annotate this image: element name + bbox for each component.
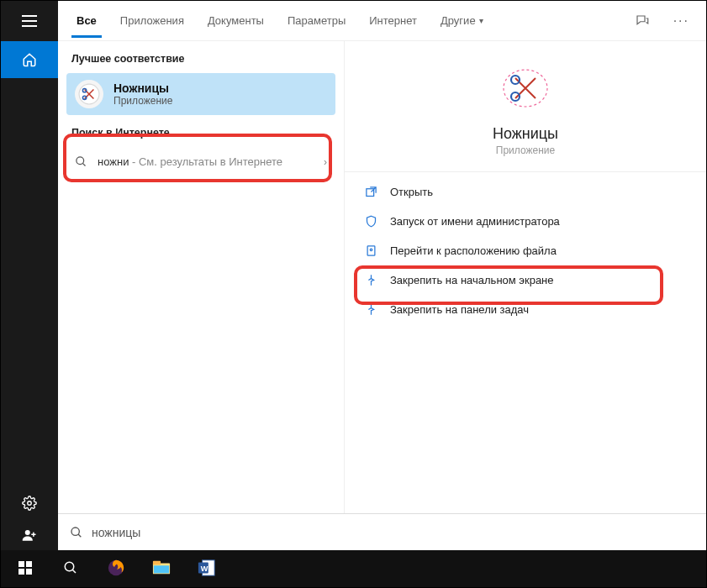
svg-line-19 [78,534,81,537]
user-icon[interactable] [22,528,37,543]
action-open-location[interactable]: Перейти к расположению файла [356,236,694,265]
svg-text:W: W [201,564,208,573]
result-subtitle: Приложение [113,95,172,107]
action-pin-taskbar[interactable]: Закрепить на панели задач [356,295,694,324]
app-large-icon [499,61,552,115]
search-icon [70,526,83,539]
action-pin-start-label: Закрепить на начальном экране [390,274,554,286]
action-run-admin-label: Запуск от имени администратора [390,215,560,228]
search-panel: Все Приложения Документы Параметры Интер… [58,1,706,513]
filter-tabs: Все Приложения Документы Параметры Интер… [58,1,706,41]
svg-line-11 [82,163,85,165]
pin-taskbar-icon [363,303,378,316]
results-column: Лучшее соответствие Ножницы Приложение П… [58,41,344,513]
chevron-down-icon: ▾ [479,16,483,25]
taskbar-word-icon[interactable]: W [187,554,226,584]
shield-icon [363,215,378,228]
svg-point-13 [511,92,520,101]
section-web-search: Поиск в Интернете [58,115,344,147]
taskbar-firefox-icon[interactable] [97,554,135,584]
svg-point-17 [370,249,372,251]
home-icon[interactable] [1,41,58,78]
svg-point-14 [511,76,520,84]
action-pin-start[interactable]: Закрепить на начальном экране [356,265,694,295]
taskbar-explorer-icon[interactable] [142,554,181,584]
feedback-icon[interactable] [635,13,650,29]
taskbar: W [1,550,706,587]
svg-rect-0 [22,15,37,17]
result-app-snipping[interactable]: Ножницы Приложение [66,73,335,115]
action-open-label: Открыть [390,186,433,198]
tab-internet[interactable]: Интернет [367,1,419,41]
tab-settings[interactable]: Параметры [286,1,347,41]
action-open[interactable]: Открыть [356,177,694,207]
svg-rect-20 [18,561,24,567]
open-icon [363,186,378,198]
chevron-right-icon: › [324,156,327,168]
folder-location-icon [363,244,378,257]
tab-more[interactable]: Другие ▾ [439,1,485,41]
settings-icon[interactable] [22,496,37,511]
svg-point-4 [25,530,30,535]
detail-pane: Ножницы Приложение Открыть [344,41,706,513]
start-button[interactable] [6,554,45,584]
action-open-location-label: Перейти к расположению файла [390,244,557,257]
scissors-icon [75,80,103,108]
detail-title: Ножницы [345,125,706,143]
svg-rect-29 [154,565,169,573]
svg-rect-2 [22,25,37,27]
tab-docs[interactable]: Документы [206,1,266,41]
tab-more-label: Другие [441,14,476,27]
section-best-match: Лучшее соответствие [58,41,344,73]
hamburger-icon[interactable] [1,1,58,41]
web-search-result[interactable]: ножни - См. результаты в Интернете › [66,147,335,176]
svg-point-10 [77,157,84,165]
search-value: ножницы [92,526,140,539]
pin-start-icon [363,274,378,286]
web-query: ножни [98,155,129,168]
svg-rect-22 [18,569,24,575]
svg-rect-21 [26,561,32,567]
detail-subtitle: Приложение [345,144,706,156]
search-icon [75,155,87,168]
svg-line-25 [72,570,76,573]
svg-point-24 [65,562,74,571]
svg-rect-28 [153,561,161,565]
svg-point-3 [28,501,32,506]
web-suffix: - См. результаты в Интернете [129,155,282,168]
tab-all[interactable]: Все [75,1,98,41]
action-pin-taskbar-label: Закрепить на панели задач [390,303,529,316]
svg-rect-6 [33,533,34,537]
action-run-admin[interactable]: Запуск от имени администратора [356,207,694,236]
search-box[interactable]: ножницы [58,513,706,551]
svg-point-18 [71,528,79,535]
svg-rect-1 [22,20,37,22]
taskbar-search-icon[interactable] [51,554,90,584]
tab-apps[interactable]: Приложения [119,1,186,41]
result-title: Ножницы [113,81,172,95]
more-options-icon[interactable]: ··· [673,13,689,29]
start-rail [1,1,58,551]
svg-rect-23 [26,569,32,575]
